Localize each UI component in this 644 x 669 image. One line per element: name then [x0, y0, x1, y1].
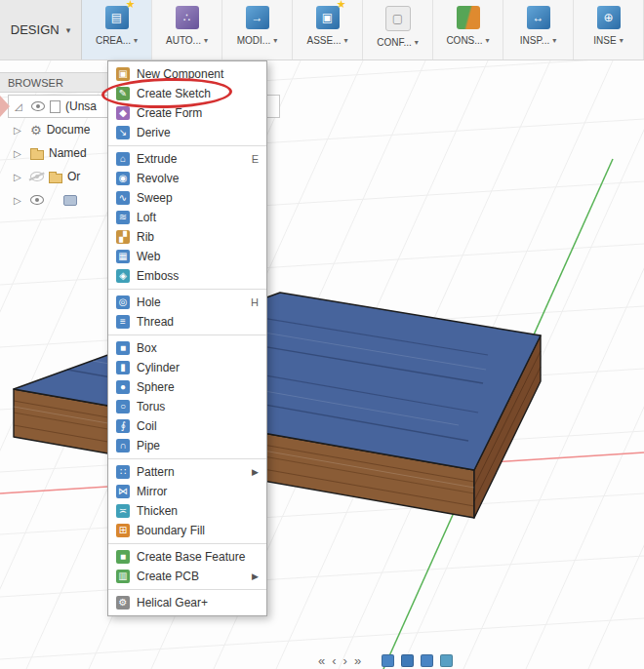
- tab-label: INSP...▾: [520, 35, 556, 46]
- menu-item-label: Sphere: [137, 380, 259, 394]
- create-icon: ▤★: [105, 6, 129, 29]
- menu-item-revolve[interactable]: ◉Revolve: [108, 169, 266, 188]
- menu-item-create-form[interactable]: ◆Create Form: [108, 103, 266, 123]
- expand-arrow-icon[interactable]: ▷: [14, 125, 25, 136]
- tab-modi[interactable]: →MODI...▾: [222, 0, 293, 59]
- menu-item-emboss[interactable]: ◈Emboss: [108, 266, 266, 286]
- shortcut-key: E: [252, 153, 259, 165]
- menu-item-hole[interactable]: ◎HoleH: [108, 293, 266, 312]
- expand-arrow-icon[interactable]: ▷: [14, 148, 25, 159]
- menu-item-new-component[interactable]: ▣New Component: [108, 64, 266, 84]
- timeline-feature-icon-1[interactable]: [382, 654, 394, 667]
- menu-item-rib[interactable]: ▞Rib: [108, 227, 266, 247]
- menu-item-label: Sweep: [137, 191, 259, 205]
- pcb-icon: ▥: [116, 570, 130, 583]
- star-badge-icon: ★: [126, 0, 136, 10]
- menu-item-thread[interactable]: ≡Thread: [108, 312, 266, 332]
- tab-conf[interactable]: ▢CONF...▾: [363, 0, 433, 59]
- chevron-down-icon: ▾: [620, 36, 624, 45]
- expand-arrow-icon[interactable]: ▷: [14, 172, 25, 182]
- box-icon: ■: [116, 341, 130, 355]
- menu-item-label: Create Base Feature: [137, 550, 259, 564]
- chevron-down-icon: ▾: [486, 36, 490, 45]
- board-body[interactable]: [14, 293, 541, 518]
- menu-item-label: Create PCB: [137, 570, 245, 583]
- menu-item-label: Box: [137, 341, 259, 355]
- menu-item-extrude[interactable]: ⌂ExtrudeE: [108, 149, 266, 169]
- tab-cons[interactable]: CONS...▾: [433, 0, 503, 59]
- folder-icon: [30, 150, 44, 160]
- star-badge-icon: ★: [337, 0, 346, 10]
- chevron-down-icon: ▾: [415, 38, 419, 47]
- menu-item-create-base-feature[interactable]: ■Create Base Feature: [108, 547, 266, 567]
- menu-item-box[interactable]: ■Box: [108, 338, 266, 358]
- menu-item-coil[interactable]: ∮Coil: [108, 416, 266, 436]
- chevron-down-icon: ▾: [273, 36, 277, 45]
- create-menu-items: ▣New Component✎Create Sketch◆Create Form…: [108, 64, 266, 612]
- tab-crea[interactable]: ▤★CREA...▾: [82, 0, 152, 59]
- chevron-down-icon: ▾: [204, 36, 208, 45]
- expand-arrow-icon[interactable]: ▷: [14, 195, 25, 206]
- browser-item-label: Or: [67, 170, 80, 183]
- timeline-step-forward-icon[interactable]: ›: [343, 654, 347, 667]
- document-icon: [50, 100, 60, 113]
- menu-item-create-pcb[interactable]: ▥Create PCB▶: [108, 567, 266, 586]
- visibility-eye-icon[interactable]: [30, 195, 44, 205]
- menu-item-label: Hole: [137, 295, 244, 309]
- menu-item-sweep[interactable]: ∿Sweep: [108, 188, 266, 208]
- menu-item-label: Create Sketch: [137, 87, 259, 100]
- browser-item-label: Docume: [47, 123, 91, 137]
- helical-gear-icon: ⚙: [116, 596, 130, 610]
- menu-item-pipe[interactable]: ∩Pipe: [108, 436, 266, 455]
- tab-inse[interactable]: ⊕INSE▾: [574, 0, 644, 59]
- menu-item-label: Thicken: [137, 504, 259, 518]
- menu-item-web[interactable]: ▦Web: [108, 247, 266, 266]
- configure-icon: ▢: [385, 6, 411, 31]
- visibility-eye-icon[interactable]: [31, 101, 45, 111]
- menu-item-pattern[interactable]: ∷Pattern▶: [108, 462, 266, 482]
- menu-item-label: Web: [137, 250, 259, 263]
- menu-item-sphere[interactable]: ●Sphere: [108, 377, 266, 397]
- shortcut-key: H: [251, 296, 259, 308]
- menu-item-torus[interactable]: ○Torus: [108, 397, 266, 416]
- menu-item-label: Pipe: [137, 439, 259, 453]
- collapse-arrow-icon[interactable]: ◿: [15, 101, 26, 112]
- torus-icon: ○: [116, 400, 130, 413]
- menu-item-derive[interactable]: ↘Derive: [108, 123, 266, 142]
- tab-asse[interactable]: ▣★ASSE...▾: [293, 0, 363, 59]
- menu-item-helical-gear[interactable]: ⚙Helical Gear+: [108, 593, 266, 612]
- timeline-skip-end-icon[interactable]: »: [354, 654, 361, 667]
- tab-auto[interactable]: ∴AUTO...▾: [152, 0, 222, 59]
- menu-item-create-sketch[interactable]: ✎Create Sketch: [108, 84, 266, 103]
- menu-item-loft[interactable]: ≋Loft: [108, 208, 266, 227]
- assemble-icon: ▣★: [316, 6, 340, 29]
- menu-item-mirror[interactable]: ⋈Mirror: [108, 482, 266, 501]
- timeline-step-back-icon[interactable]: ‹: [332, 654, 336, 667]
- timeline-feature-icon-4[interactable]: [440, 654, 453, 667]
- timeline-feature-icon-2[interactable]: [401, 654, 414, 667]
- thread-icon: ≡: [116, 315, 130, 329]
- workspace-switcher[interactable]: DESIGN ▾: [0, 0, 82, 59]
- submenu-arrow-icon: ▶: [252, 571, 259, 581]
- rib-icon: ▞: [116, 230, 130, 244]
- create-form-icon: ◆: [116, 106, 130, 120]
- visibility-eye-off-icon[interactable]: [30, 172, 44, 181]
- loft-icon: ≋: [116, 211, 130, 224]
- menu-item-label: New Component: [137, 67, 259, 81]
- thicken-icon: ≍: [116, 504, 130, 518]
- body-icon: [63, 195, 77, 206]
- menu-item-label: Emboss: [137, 269, 259, 283]
- timeline-skip-start-icon[interactable]: «: [318, 654, 325, 667]
- menu-item-cylinder[interactable]: ▮Cylinder: [108, 358, 266, 377]
- tab-insp[interactable]: ↔INSP...▾: [503, 0, 574, 59]
- browser-item-label: Named: [49, 146, 87, 160]
- timeline-feature-icon-3[interactable]: [421, 654, 433, 667]
- timeline-bar: «‹›»: [318, 654, 453, 667]
- construct-icon: [457, 6, 480, 29]
- menu-item-boundary-fill[interactable]: ⊞Boundary Fill: [108, 521, 266, 540]
- menu-item-thicken[interactable]: ≍Thicken: [108, 501, 266, 521]
- inspect-icon: ↔: [527, 6, 550, 29]
- menu-item-label: Cylinder: [137, 361, 259, 374]
- extrude-icon: ⌂: [116, 152, 130, 166]
- menu-item-label: Create Form: [137, 106, 259, 120]
